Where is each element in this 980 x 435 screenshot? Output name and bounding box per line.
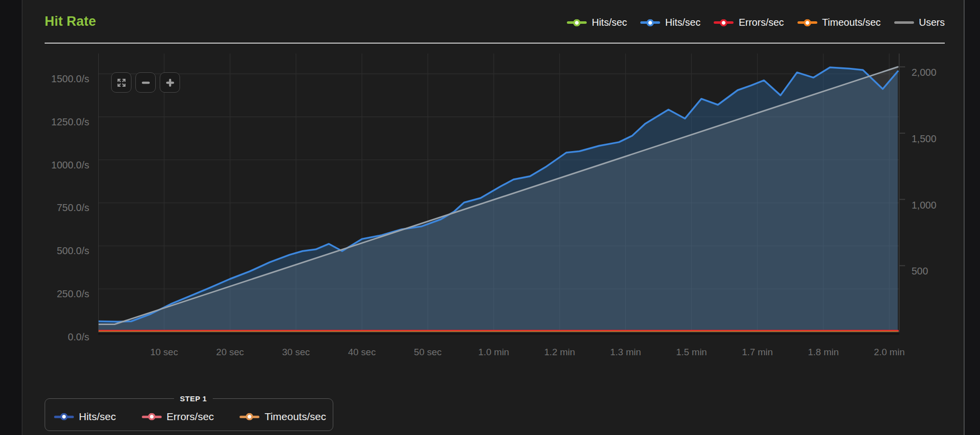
axis-tick-label: 1.3 min xyxy=(591,346,660,358)
page-title: Hit Rate xyxy=(45,14,96,29)
step-1-legend-box: STEP 1 Hits/secErrors/secTimeouts/sec xyxy=(45,394,333,431)
hit-rate-dashboard: Hit Rate Hits/secHits/secErrors/secTimeo… xyxy=(0,0,980,435)
expand-icon xyxy=(117,78,126,88)
legend-item-label: Timeouts/sec xyxy=(822,17,881,28)
chart-legend: Hits/secHits/secErrors/secTimeouts/secUs… xyxy=(567,17,945,28)
axis-tick-label: 1500.0/s xyxy=(30,73,89,85)
legend-item-label: Hits/sec xyxy=(665,17,700,28)
left-panel-edge xyxy=(0,0,22,435)
axis-tick-label: 1.7 min xyxy=(723,346,792,358)
axis-tick-label: 2,000 xyxy=(912,66,936,78)
axis-tick-label: 1.0 min xyxy=(459,346,529,358)
axis-tick-label: 1.5 min xyxy=(657,346,726,358)
zoom-in-button[interactable] xyxy=(160,72,180,93)
legend-item-errors-sec[interactable]: Errors/sec xyxy=(142,411,214,423)
legend-marker-icon xyxy=(797,21,817,24)
legend-item-label: Hits/sec xyxy=(79,411,116,423)
axis-tick-label: 20 sec xyxy=(195,346,265,358)
chart-toolbar xyxy=(111,72,180,93)
legend-item-label: Users xyxy=(919,17,945,28)
legend-item-hits-sec[interactable]: Hits/sec xyxy=(567,17,627,28)
axis-tick-label: 1000.0/s xyxy=(30,159,89,171)
legend-marker-icon xyxy=(714,21,734,24)
axis-tick-label: 0.0/s xyxy=(30,331,89,343)
hit-rate-chart[interactable] xyxy=(98,54,907,338)
legend-item-users[interactable]: Users xyxy=(894,17,945,28)
header-divider xyxy=(45,43,945,44)
axis-tick-label: 30 sec xyxy=(261,346,331,358)
legend-item-timeouts-sec[interactable]: Timeouts/sec xyxy=(797,17,881,28)
legend-item-hits-sec[interactable]: Hits/sec xyxy=(640,17,700,28)
legend-item-hits-sec[interactable]: Hits/sec xyxy=(54,411,116,423)
axis-tick-label: 2.0 min xyxy=(855,346,924,358)
reset-zoom-button[interactable] xyxy=(111,72,131,93)
axis-tick-label: 1.2 min xyxy=(525,346,594,358)
legend-item-label: Errors/sec xyxy=(167,411,214,423)
legend-marker-icon xyxy=(894,21,914,24)
axis-tick-label: 500 xyxy=(912,265,928,277)
axis-tick-label: 1250.0/s xyxy=(30,116,89,128)
legend-item-label: Timeouts/sec xyxy=(264,411,326,423)
legend-item-errors-sec[interactable]: Errors/sec xyxy=(714,17,784,28)
axis-tick-label: 1.8 min xyxy=(789,346,858,358)
axis-tick-label: 1,500 xyxy=(912,133,936,145)
legend-marker-icon xyxy=(142,416,162,418)
legend-item-label: Hits/sec xyxy=(592,17,627,28)
axis-tick-label: 750.0/s xyxy=(30,202,89,214)
plus-icon xyxy=(165,78,175,88)
minus-icon xyxy=(141,78,151,88)
legend-marker-icon xyxy=(54,416,74,418)
right-scroll-gutter[interactable] xyxy=(964,0,980,435)
axis-tick-label: 50 sec xyxy=(393,346,463,358)
zoom-out-button[interactable] xyxy=(135,72,156,93)
axis-tick-label: 1,000 xyxy=(912,199,936,211)
axis-tick-label: 250.0/s xyxy=(30,288,89,300)
legend-marker-icon xyxy=(640,21,660,24)
x-axis-shadow xyxy=(98,333,899,335)
axis-tick-label: 500.0/s xyxy=(30,245,89,257)
axis-tick-label: 10 sec xyxy=(129,346,199,358)
legend-marker-icon xyxy=(567,21,587,24)
legend-item-timeouts-sec[interactable]: Timeouts/sec xyxy=(240,411,326,423)
step-label: STEP 1 xyxy=(174,394,213,403)
axis-tick-label: 40 sec xyxy=(327,346,397,358)
legend-marker-icon xyxy=(240,416,259,418)
legend-item-label: Errors/sec xyxy=(738,17,784,28)
